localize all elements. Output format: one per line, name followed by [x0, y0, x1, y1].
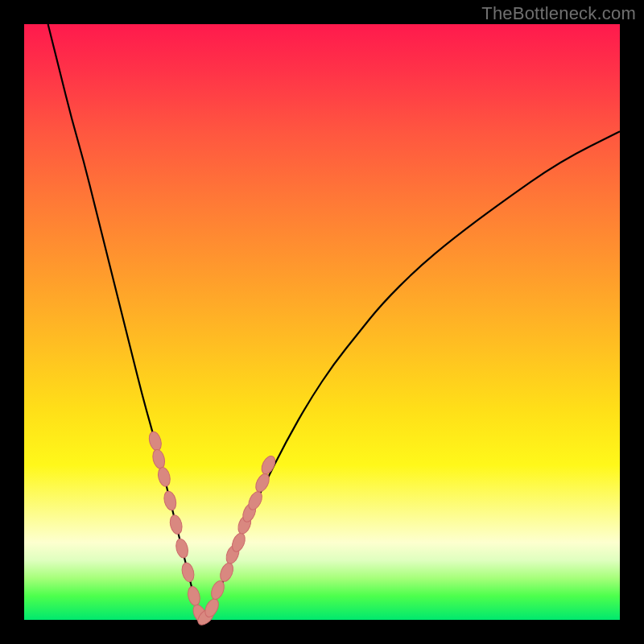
curve-marker [174, 538, 189, 559]
chart-frame: TheBottleneck.com [0, 0, 644, 644]
bottleneck-curve [48, 24, 620, 618]
curve-marker [186, 585, 201, 607]
curve-marker [218, 561, 236, 583]
curve-marker [156, 466, 171, 488]
watermark-text: TheBottleneck.com [481, 3, 636, 24]
marker-group [147, 431, 278, 628]
chart-svg [24, 24, 620, 620]
curve-marker [147, 431, 163, 452]
curve-marker [163, 490, 178, 512]
curve-marker [168, 514, 184, 535]
curve-marker [180, 561, 196, 583]
curve-marker [209, 579, 227, 601]
curve-marker [151, 448, 167, 470]
plot-area [24, 24, 620, 620]
